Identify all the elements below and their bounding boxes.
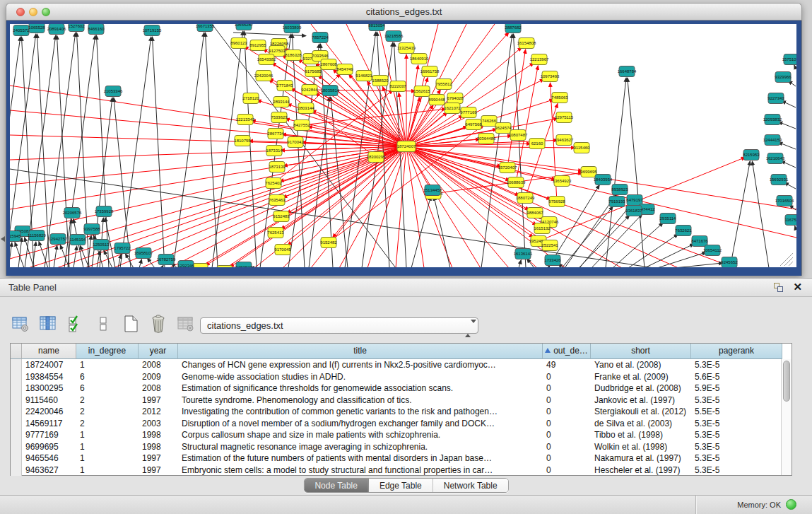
graph-edge[interactable]: [406, 24, 438, 146]
zoom-window-button[interactable]: [42, 8, 50, 16]
cell-title[interactable]: Changes of HCN gene expression and I(f) …: [178, 359, 543, 371]
graph-edge[interactable]: [406, 146, 452, 267]
graph-edge[interactable]: [513, 34, 526, 267]
cell-out_degree[interactable]: 0: [543, 406, 591, 418]
cell-out_degree[interactable]: 0: [543, 382, 591, 395]
cell-in_degree[interactable]: 6: [76, 382, 139, 395]
cell-in_degree[interactable]: 1: [76, 441, 139, 453]
table-row[interactable]: 977716911998Corpus callosum shape and si…: [11, 429, 792, 441]
network-canvas[interactable]: 8960123891295518226058912750316543382818…: [10, 24, 796, 267]
cell-title[interactable]: Estimation of significance thresholds fo…: [178, 382, 543, 395]
graph-edge[interactable]: [674, 263, 723, 267]
select-columns-icon[interactable]: [37, 314, 59, 334]
cell-year[interactable]: 1997: [139, 395, 178, 407]
cell-name[interactable]: 9463627: [22, 465, 76, 477]
panel-collapse-arrow-icon[interactable]: [1, 236, 5, 242]
cell-out_degree[interactable]: 0: [543, 418, 591, 430]
cell-pagerank[interactable]: 5.3E-5: [691, 465, 782, 477]
graph-edge[interactable]: [628, 234, 678, 267]
graph-edge[interactable]: [525, 104, 558, 198]
cell-title[interactable]: Disruption of a novel member of a sodium…: [178, 418, 543, 430]
table-row[interactable]: 969969511998Structural magnetic resonanc…: [11, 441, 792, 453]
cell-year[interactable]: 1997: [139, 452, 178, 465]
cell-year[interactable]: 2009: [139, 371, 178, 383]
graph-edge[interactable]: [244, 31, 257, 267]
graph-edge[interactable]: [406, 146, 481, 267]
cell-short[interactable]: de Silva et al. (2003): [591, 418, 691, 430]
graph-edge[interactable]: [139, 259, 142, 267]
cell-out_degree[interactable]: 0: [543, 395, 591, 407]
graph-edge[interactable]: [147, 258, 155, 267]
graph-edge[interactable]: [730, 161, 750, 267]
cell-short[interactable]: Yano et al. (2008): [591, 359, 691, 371]
table-row[interactable]: 1456911722003Disruption of a novel membe…: [11, 418, 792, 430]
cell-title[interactable]: Embryonic stem cells: a model to study s…: [178, 465, 543, 477]
cell-short[interactable]: Wolkin et al. (1998): [591, 441, 691, 453]
graph-edge[interactable]: [212, 31, 243, 267]
graph-edge[interactable]: [162, 265, 163, 267]
graph-edge[interactable]: [657, 252, 706, 267]
cell-pagerank[interactable]: 5.6E-5: [691, 371, 782, 383]
graph-edge[interactable]: [54, 245, 57, 267]
cell-pagerank[interactable]: 5.9E-5: [691, 382, 782, 395]
graph-edge[interactable]: [73, 246, 77, 267]
column-header-year[interactable]: year: [139, 344, 178, 359]
cell-name[interactable]: 9699695: [22, 441, 76, 453]
table-row[interactable]: 1830029562008Estimation of significance …: [11, 382, 792, 395]
tab-node-table[interactable]: Node Table: [304, 479, 369, 492]
window-titlebar[interactable]: citations_edges.txt: [6, 3, 802, 21]
cell-out_degree[interactable]: 0: [543, 465, 591, 477]
graph-edge[interactable]: [57, 35, 69, 267]
graph-edge[interactable]: [606, 78, 626, 267]
cell-short[interactable]: Tibbo et al. (1998): [591, 429, 691, 441]
cell-pagerank[interactable]: 5.5E-5: [691, 406, 782, 418]
column-header-in_degree[interactable]: in_degree: [76, 344, 139, 359]
new-table-icon[interactable]: [120, 314, 141, 334]
cell-out_degree[interactable]: 0: [543, 371, 591, 383]
cell-in_degree[interactable]: 6: [76, 371, 139, 383]
column-header-title[interactable]: title: [178, 344, 543, 359]
table-row[interactable]: 1872400712008Changes of HCN gene express…: [11, 359, 792, 371]
table-row[interactable]: 911546021997Tourette syndrome. Phenomeno…: [11, 395, 792, 407]
table-panel-titlebar[interactable]: Table Panel ✕: [0, 279, 812, 297]
float-panel-icon[interactable]: [774, 283, 784, 293]
graph-edge[interactable]: [114, 98, 131, 267]
graph-edge[interactable]: [205, 33, 218, 267]
cell-name[interactable]: 9465546: [22, 452, 76, 465]
cell-short[interactable]: Jankovic et al. (1997): [591, 395, 691, 407]
cell-year[interactable]: 1998: [139, 429, 178, 441]
cell-pagerank[interactable]: 5.3E-5: [691, 359, 782, 371]
graph-edge[interactable]: [10, 243, 12, 267]
column-header-pagerank[interactable]: pagerank: [691, 344, 782, 359]
cell-short[interactable]: Dudbridge et al. (2008): [591, 382, 691, 395]
select-all-icon[interactable]: [65, 314, 86, 334]
graph-edge[interactable]: [519, 260, 521, 267]
rows-icon[interactable]: [93, 314, 114, 334]
table-selector-dropdown[interactable]: citations_edges.txt: [200, 317, 478, 334]
scrollbar-thumb[interactable]: [783, 361, 790, 402]
cell-title[interactable]: Estimation of the future numbers of pati…: [178, 452, 543, 465]
graph-edge[interactable]: [18, 238, 22, 267]
cell-pagerank[interactable]: 5.3E-5: [691, 441, 782, 453]
graph-edge[interactable]: [516, 66, 538, 182]
close-window-button[interactable]: [16, 8, 25, 16]
cell-pagerank[interactable]: 5.3E-5: [691, 395, 782, 407]
table-row[interactable]: 946554611997Estimation of the future num…: [11, 452, 792, 465]
cell-pagerank[interactable]: 5.3E-5: [691, 429, 782, 441]
cell-in_degree[interactable]: 1: [76, 465, 139, 477]
cell-name[interactable]: 18724007: [22, 359, 76, 371]
minimize-window-button[interactable]: [29, 8, 37, 16]
cell-in_degree[interactable]: 2: [76, 395, 139, 407]
cell-pagerank[interactable]: 5.3E-5: [691, 418, 782, 430]
table-row[interactable]: 2242004622012Investigating the contribut…: [11, 406, 792, 418]
cell-in_degree[interactable]: 1: [76, 452, 139, 465]
cell-out_degree[interactable]: 0: [543, 441, 591, 453]
cell-in_degree[interactable]: 1: [76, 429, 139, 441]
cell-year[interactable]: 2008: [139, 359, 178, 371]
table-row[interactable]: 1938455462009Genome-wide association stu…: [11, 371, 792, 383]
column-header-out_degree[interactable]: out_de…: [543, 344, 591, 359]
column-header-name[interactable]: name: [22, 344, 76, 359]
cell-out_degree[interactable]: 0: [543, 429, 591, 441]
graph-edge[interactable]: [15, 242, 24, 267]
vertical-scrollbar[interactable]: [781, 359, 792, 475]
